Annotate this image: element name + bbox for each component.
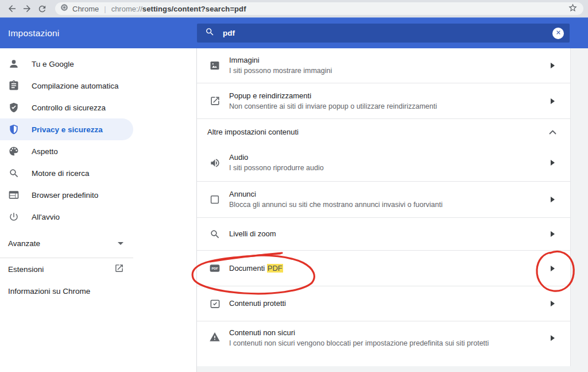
sidebar-item-label: Aspetto <box>32 147 58 156</box>
back-button[interactable] <box>5 1 20 16</box>
row-livelli-di-zoom[interactable]: Livelli di zoom <box>197 218 570 251</box>
url-path: settings/content?search=pdf <box>142 5 246 13</box>
sidebar-item-tu-e-google[interactable]: Tu e Google <box>0 53 133 75</box>
row-contenuti-non-sicuri[interactable]: Contenuti non sicuri I contenuti non sic… <box>197 321 570 366</box>
address-bar[interactable]: Chrome | chrome://settings/content?searc… <box>55 2 583 15</box>
page-title: Impostazioni <box>8 28 59 39</box>
shield-check-icon <box>8 102 20 113</box>
url-scheme: chrome:// <box>111 5 142 13</box>
row-documenti-pdf[interactable]: PDF Documenti PDF <box>197 251 570 286</box>
sidebar-item-label: Controllo di sicurezza <box>32 103 106 112</box>
arrow-right-icon <box>551 335 556 342</box>
search-highlight: PDF <box>267 264 283 273</box>
ads-icon <box>209 194 220 205</box>
section-label: Altre impostazioni contenuti <box>207 128 549 136</box>
clipboard-icon <box>8 80 20 91</box>
popup-icon <box>209 95 220 107</box>
search-icon <box>205 27 215 39</box>
arrow-right-icon <box>551 196 556 203</box>
content-settings-card: Immagini I siti possono mostrare immagin… <box>197 48 571 366</box>
bookmark-star-icon[interactable] <box>568 3 578 15</box>
row-contenuti-protetti[interactable]: Contenuti protetti <box>197 286 570 321</box>
speaker-icon <box>209 157 220 168</box>
pdf-icon: PDF <box>209 263 220 274</box>
forward-button[interactable] <box>20 1 34 16</box>
row-title: Popup e reindirizzamenti <box>229 91 551 101</box>
site-label: Chrome <box>72 5 99 13</box>
row-subtitle: Non consentire ai siti di inviare popup … <box>229 101 551 112</box>
external-link-icon <box>114 263 124 275</box>
power-icon <box>8 211 20 223</box>
sidebar-item-label: Privacy e sicurezza <box>32 125 103 134</box>
row-title: Immagini <box>229 55 551 66</box>
reload-icon <box>37 4 47 14</box>
row-title: Livelli di zoom <box>229 229 551 239</box>
row-subtitle: I siti possono mostrare immagini <box>229 66 551 76</box>
row-subtitle: I siti possono riprodurre audio <box>229 163 551 173</box>
row-immagini[interactable]: Immagini I siti possono mostrare immagin… <box>197 48 570 83</box>
row-audio[interactable]: Audio I siti possono riprodurre audio <box>197 144 570 182</box>
sidebar-item-privacy-e-sicurezza[interactable]: Privacy e sicurezza <box>0 118 133 140</box>
row-title: Contenuti non sicuri <box>229 328 551 338</box>
arrow-right-icon <box>551 62 556 69</box>
chrome-logo-icon <box>60 3 68 14</box>
chevron-up-icon <box>549 126 556 137</box>
person-icon <box>8 58 20 70</box>
forward-icon <box>22 3 32 14</box>
sidebar-item-aspetto[interactable]: Aspetto <box>0 140 133 162</box>
settings-content: Immagini I siti possono mostrare immagin… <box>197 48 571 372</box>
row-subtitle: I contenuti non sicuri vengono bloccati … <box>229 338 551 348</box>
sidebar-item-label: Browser predefinito <box>32 191 98 200</box>
palette-icon <box>8 145 20 157</box>
browser-toolbar: Chrome | chrome://settings/content?searc… <box>0 0 588 17</box>
sidebar-item-label: Compilazione automatica <box>32 82 119 90</box>
search-engine-icon <box>8 167 20 179</box>
sidebar-item-label: Tu e Google <box>32 60 74 68</box>
pdf-badge-text: PDF <box>212 267 219 270</box>
settings-sidebar: Tu e Google Compilazione automatica Cont… <box>0 48 197 372</box>
zoom-icon <box>209 228 220 240</box>
settings-header: Impostazioni <box>0 17 588 48</box>
image-icon <box>209 60 220 71</box>
sidebar-item-label: All'avvio <box>32 213 60 221</box>
row-title: Audio <box>229 152 551 163</box>
right-gutter <box>571 48 588 372</box>
row-popup[interactable]: Popup e reindirizzamenti Non consentire … <box>197 83 570 119</box>
row-title: Contenuti protetti <box>229 298 551 309</box>
section-altre-impostazioni[interactable]: Altre impostazioni contenuti <box>197 119 570 144</box>
sidebar-item-browser-predefinito[interactable]: Browser predefinito <box>0 184 133 206</box>
sidebar-item-label: Motore di ricerca <box>32 169 90 178</box>
clear-search-button[interactable] <box>552 28 564 39</box>
about-label: Informazioni su Chrome <box>8 287 124 296</box>
advanced-label: Avanzate <box>8 239 117 248</box>
protected-content-icon <box>209 298 220 309</box>
sidebar-item-avanzate[interactable]: Avanzate <box>0 232 133 254</box>
arrow-right-icon <box>551 300 556 307</box>
warning-icon <box>209 331 220 343</box>
arrow-right-icon <box>551 231 556 237</box>
row-title: Annunci <box>229 189 551 200</box>
sidebar-item-allavvio[interactable]: All'avvio <box>0 206 133 228</box>
sidebar-item-informazioni-su-chrome[interactable]: Informazioni su Chrome <box>0 280 133 302</box>
arrow-right-icon <box>551 265 556 272</box>
chevron-down-icon <box>117 238 124 248</box>
reload-button[interactable] <box>34 1 49 16</box>
row-title: Documenti PDF <box>229 263 551 274</box>
arrow-right-icon <box>551 98 556 105</box>
sidebar-item-motore-di-ricerca[interactable]: Motore di ricerca <box>0 162 133 184</box>
close-icon <box>555 29 562 37</box>
sidebar-item-estensioni[interactable]: Estensioni <box>0 258 133 280</box>
privacy-shield-icon <box>8 124 20 135</box>
browser-window-icon <box>8 189 20 201</box>
back-icon <box>7 3 17 14</box>
extensions-label: Estensioni <box>8 265 114 274</box>
row-annunci[interactable]: Annunci Blocca gli annunci su siti che m… <box>197 182 570 218</box>
search-input[interactable] <box>223 29 552 37</box>
row-subtitle: Blocca gli annunci su siti che mostrano … <box>229 200 551 210</box>
settings-search-box[interactable] <box>197 24 570 43</box>
url-separator: | <box>104 5 106 13</box>
sidebar-item-compilazione-automatica[interactable]: Compilazione automatica <box>0 75 133 97</box>
arrow-right-icon <box>551 159 556 166</box>
sidebar-item-controllo-di-sicurezza[interactable]: Controllo di sicurezza <box>0 97 133 118</box>
